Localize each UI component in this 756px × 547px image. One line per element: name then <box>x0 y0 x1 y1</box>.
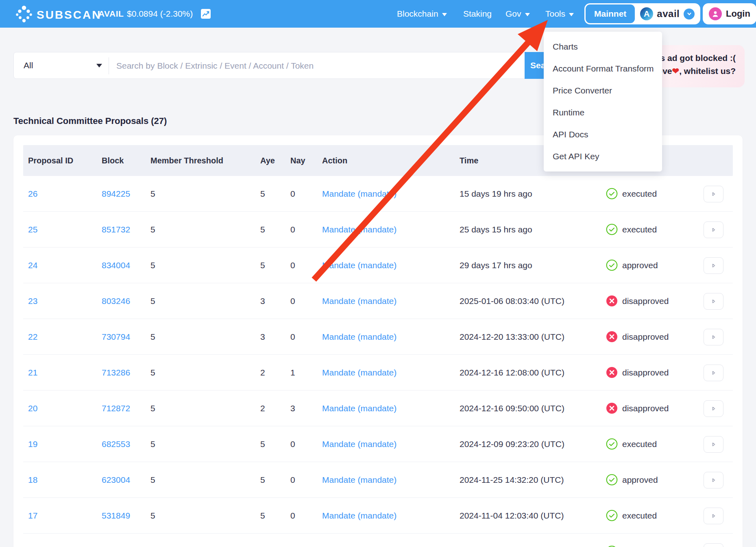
brand-name: SUBSCAN <box>37 9 101 22</box>
time-value: 2024-11-25 14:32:20 (UTC) <box>460 462 564 497</box>
block-link[interactable]: 730794 <box>102 319 130 354</box>
price-chart-icon[interactable] <box>201 9 211 19</box>
status-badge: approved <box>606 247 658 283</box>
action-link[interactable]: Mandate (mandate) <box>322 176 397 211</box>
action-link[interactable]: Mandate (mandate) <box>322 391 397 426</box>
action-link[interactable]: Mandate (mandate) <box>322 283 397 319</box>
nay-value: 1 <box>290 355 295 390</box>
expand-row-button[interactable] <box>704 543 723 547</box>
block-link[interactable]: 803246 <box>102 283 130 319</box>
nav-blockchain[interactable]: Blockchain <box>397 0 447 28</box>
divider <box>109 57 109 74</box>
table-row: 25 851732 5 5 0 Mandate (mandate) 25 day… <box>23 212 733 247</box>
nay-value: 0 <box>290 319 295 354</box>
network-name[interactable]: avail <box>657 8 680 20</box>
expand-row-button[interactable] <box>704 221 723 238</box>
search-filter-select[interactable]: All <box>14 52 109 78</box>
status-label: disapproved <box>622 368 669 378</box>
menu-item-get-api-key[interactable]: Get API Key <box>544 145 662 167</box>
menu-item-api-docs[interactable]: API Docs <box>544 124 662 145</box>
action-link[interactable]: Mandate (mandate) <box>322 319 397 354</box>
block-link[interactable]: 894225 <box>102 176 130 211</box>
proposal-id-link[interactable]: 26 <box>28 176 37 211</box>
status-badge: disapproved <box>606 319 669 354</box>
col-nay: Nay <box>290 145 305 176</box>
action-link[interactable]: Mandate (mandate) <box>322 498 397 533</box>
subscan-page: SUBSCAN AVAIL $0.0894 (-2.30%) Blockchai… <box>0 0 756 547</box>
nav-gov[interactable]: Gov <box>505 0 530 28</box>
block-link[interactable]: 834004 <box>102 247 130 283</box>
expand-row-button[interactable] <box>704 186 723 202</box>
proposal-id-link[interactable]: 20 <box>28 391 37 426</box>
table-row: 26 894225 5 5 0 Mandate (mandate) 15 day… <box>23 176 733 212</box>
nav-staking[interactable]: Staking <box>463 0 492 28</box>
expand-row-button[interactable] <box>704 257 723 274</box>
action-link[interactable]: Mandate (mandate) <box>322 426 397 462</box>
proposal-id-link[interactable]: 23 <box>28 283 37 319</box>
aye-value: 3 <box>260 319 265 354</box>
subscan-logo[interactable]: SUBSCAN <box>15 6 101 24</box>
action-link[interactable]: Mandate (mandate) <box>322 534 397 547</box>
proposal-id-link[interactable]: 21 <box>28 355 37 390</box>
search-input[interactable] <box>115 52 483 79</box>
member-threshold-value: 5 <box>150 176 155 211</box>
time-value: 25 days 15 hrs ago <box>460 212 532 247</box>
proposal-id-link[interactable]: 17 <box>28 498 37 533</box>
action-link[interactable]: Mandate (mandate) <box>322 212 397 247</box>
col-member-threshold: Member Threshold <box>150 145 223 176</box>
action-link[interactable]: Mandate (mandate) <box>322 247 397 283</box>
menu-item-account-format-transform[interactable]: Account Format Transform <box>544 58 662 80</box>
check-circle-icon <box>606 188 618 200</box>
check-circle-icon <box>606 438 618 450</box>
aye-value: 5 <box>260 426 265 462</box>
expand-row-button[interactable] <box>704 436 723 453</box>
member-threshold-value: 5 <box>150 426 155 462</box>
table-row: 24 834004 5 5 0 Mandate (mandate) 29 day… <box>23 247 733 283</box>
block-link[interactable]: 713286 <box>102 355 130 390</box>
table-row: 18 623004 5 5 0 Mandate (mandate) 2024-1… <box>23 462 733 498</box>
action-link[interactable]: Mandate (mandate) <box>322 462 397 497</box>
expand-row-button[interactable] <box>704 472 723 488</box>
aye-value: 5 <box>260 498 265 533</box>
table-row: 17 531849 5 5 0 Mandate (mandate) 2024-1… <box>23 498 733 534</box>
proposal-id-link[interactable]: 24 <box>28 247 37 283</box>
member-threshold-value: 5 <box>150 391 155 426</box>
menu-item-price-converter[interactable]: Price Converter <box>544 80 662 102</box>
nay-value: 0 <box>290 283 295 319</box>
menu-item-runtime[interactable]: Runtime <box>544 102 662 124</box>
chevron-down-icon <box>96 64 102 67</box>
block-link[interactable]: 851732 <box>102 212 130 247</box>
expand-row-button[interactable] <box>704 365 723 381</box>
mainnet-button[interactable]: Mainnet <box>586 4 635 23</box>
network-chevron-down-icon[interactable] <box>684 9 695 20</box>
proposal-id-link[interactable]: 22 <box>28 319 37 354</box>
status-label: disapproved <box>622 332 669 342</box>
top-header: SUBSCAN AVAIL $0.0894 (-2.30%) Blockchai… <box>0 0 756 28</box>
login-label: Login <box>726 9 750 19</box>
block-link[interactable]: 487105 <box>102 534 130 547</box>
block-link[interactable]: 682553 <box>102 426 130 462</box>
proposal-id-link[interactable]: 16 <box>28 534 37 547</box>
block-link[interactable]: 623004 <box>102 462 130 497</box>
block-link[interactable]: 531849 <box>102 498 130 533</box>
expand-row-button[interactable] <box>704 329 723 345</box>
proposal-id-link[interactable]: 19 <box>28 426 37 462</box>
col-aye: Aye <box>260 145 275 176</box>
menu-item-charts[interactable]: Charts <box>544 36 662 58</box>
aye-value: 5 <box>260 534 265 547</box>
expand-row-button[interactable] <box>704 508 723 524</box>
action-link[interactable]: Mandate (mandate) <box>322 355 397 390</box>
chevron-down-icon <box>569 13 574 16</box>
nav-tools[interactable]: Tools <box>545 0 574 28</box>
proposal-id-link[interactable]: 25 <box>28 212 37 247</box>
aye-value: 3 <box>260 283 265 319</box>
expand-row-button[interactable] <box>704 400 723 417</box>
table-row: 20 712872 5 2 3 Mandate (mandate) 2024-1… <box>23 391 733 426</box>
table-row: 21 713286 5 2 1 Mandate (mandate) 2024-1… <box>23 355 733 391</box>
proposal-id-link[interactable]: 18 <box>28 462 37 497</box>
nay-value: 0 <box>290 426 295 462</box>
expand-row-button[interactable] <box>704 293 723 310</box>
block-link[interactable]: 712872 <box>102 391 130 426</box>
status-label: executed <box>622 225 657 234</box>
login-button[interactable]: Login <box>703 3 756 24</box>
